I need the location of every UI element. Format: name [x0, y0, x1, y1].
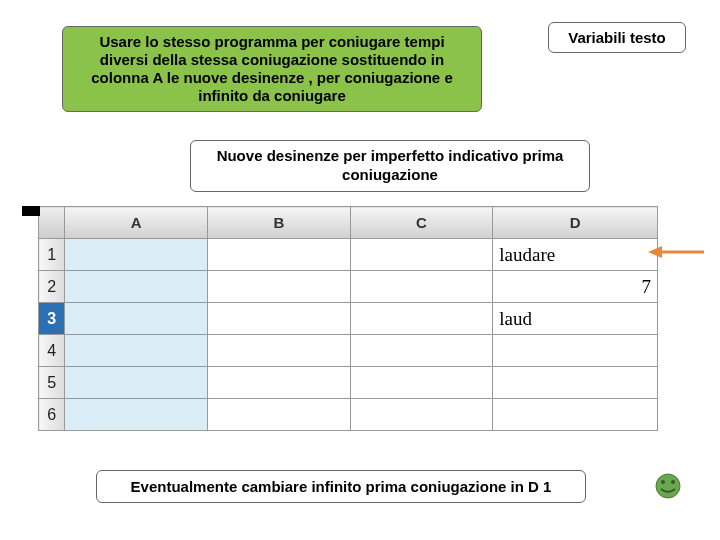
table-row: 3 laud [39, 303, 658, 335]
instruction-box: Usare lo stesso programma per coniugare … [62, 26, 482, 112]
table-row: 2 7 [39, 271, 658, 303]
cell-A1[interactable] [65, 239, 208, 271]
bottom-note-box: Eventualmente cambiare infinito prima co… [96, 470, 586, 503]
cell-C3[interactable] [350, 303, 493, 335]
cell-C2[interactable] [350, 271, 493, 303]
cell-A4[interactable] [65, 335, 208, 367]
row-header-5: 5 [39, 367, 65, 399]
corner-cell [39, 207, 65, 239]
svg-marker-1 [648, 246, 662, 258]
cell-A6[interactable] [65, 399, 208, 431]
row-header-1: 1 [39, 239, 65, 271]
smiley-icon [654, 472, 682, 500]
cell-D2[interactable]: 7 [493, 271, 658, 303]
cell-C1[interactable] [350, 239, 493, 271]
sheet-corner-decoration [22, 206, 40, 216]
svg-point-2 [656, 474, 680, 498]
arrow-left-icon [648, 244, 704, 260]
cell-B3[interactable] [208, 303, 351, 335]
cell-B2[interactable] [208, 271, 351, 303]
row-header-6: 6 [39, 399, 65, 431]
cell-A3[interactable] [65, 303, 208, 335]
cell-C6[interactable] [350, 399, 493, 431]
cell-B6[interactable] [208, 399, 351, 431]
cell-B4[interactable] [208, 335, 351, 367]
cell-D6[interactable] [493, 399, 658, 431]
table-row: 1 laudare [39, 239, 658, 271]
col-header-B: B [208, 207, 351, 239]
variables-label: Variabili testo [568, 29, 666, 46]
subtitle-text: Nuove desinenze per imperfetto indicativ… [217, 147, 564, 183]
instruction-text: Usare lo stesso programma per coniugare … [91, 33, 452, 104]
row-header-2: 2 [39, 271, 65, 303]
row-header-4: 4 [39, 335, 65, 367]
spreadsheet: A B C D 1 laudare 2 7 3 laud 4 [38, 206, 658, 431]
table-row: 5 [39, 367, 658, 399]
cell-D1[interactable]: laudare [493, 239, 658, 271]
svg-point-4 [671, 480, 675, 484]
subtitle-box: Nuove desinenze per imperfetto indicativ… [190, 140, 590, 192]
cell-D5[interactable] [493, 367, 658, 399]
bottom-note-text: Eventualmente cambiare infinito prima co… [131, 478, 552, 495]
header-row: A B C D [39, 207, 658, 239]
cell-C5[interactable] [350, 367, 493, 399]
col-header-A: A [65, 207, 208, 239]
spreadsheet-area: A B C D 1 laudare 2 7 3 laud 4 [22, 206, 658, 431]
table-row: 6 [39, 399, 658, 431]
col-header-C: C [350, 207, 493, 239]
cell-B1[interactable] [208, 239, 351, 271]
row-header-3: 3 [39, 303, 65, 335]
cell-A5[interactable] [65, 367, 208, 399]
variables-box: Variabili testo [548, 22, 686, 53]
cell-D3[interactable]: laud [493, 303, 658, 335]
svg-point-3 [661, 480, 665, 484]
cell-D4[interactable] [493, 335, 658, 367]
cell-B5[interactable] [208, 367, 351, 399]
table-row: 4 [39, 335, 658, 367]
cell-A2[interactable] [65, 271, 208, 303]
col-header-D: D [493, 207, 658, 239]
cell-C4[interactable] [350, 335, 493, 367]
